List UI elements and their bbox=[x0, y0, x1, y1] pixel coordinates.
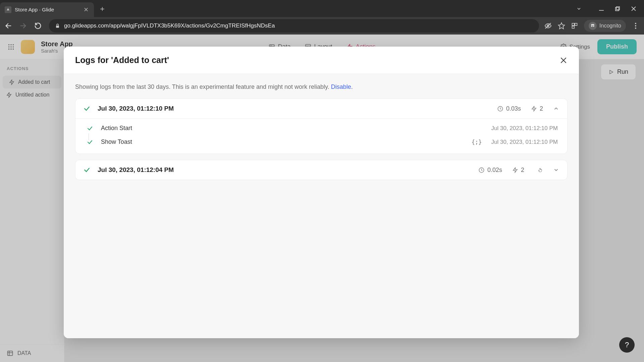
step-timestamp: Jul 30, 2023, 01:12:10 PM bbox=[491, 125, 558, 132]
window-close-icon[interactable] bbox=[631, 6, 636, 11]
chevron-down-icon[interactable] bbox=[553, 167, 559, 173]
intro-text: Showing logs from the last 30 days. This… bbox=[75, 83, 331, 90]
log-summary-row[interactable]: Jul 30, 2023, 01:12:10 PM 0.03s 2 bbox=[75, 99, 567, 118]
svg-marker-10 bbox=[558, 23, 565, 29]
browser-tab-title: Store App · Glide bbox=[15, 7, 54, 13]
step-check-icon bbox=[87, 125, 93, 131]
browser-tab[interactable]: Store App · Glide ✕ bbox=[0, 2, 94, 17]
svg-rect-2 bbox=[616, 6, 620, 10]
bookmark-star-icon[interactable] bbox=[558, 22, 565, 29]
reload-button[interactable] bbox=[34, 22, 44, 29]
svg-point-14 bbox=[591, 25, 592, 27]
tab-close-icon[interactable]: ✕ bbox=[84, 6, 89, 13]
svg-rect-1 bbox=[615, 7, 619, 11]
success-check-icon bbox=[84, 167, 90, 173]
forward-button[interactable] bbox=[19, 22, 29, 29]
browser-menu-icon[interactable] bbox=[632, 23, 639, 29]
help-fab[interactable]: ? bbox=[619, 337, 635, 353]
extensions-icon[interactable] bbox=[571, 22, 578, 29]
log-duration: 0.02s bbox=[478, 167, 502, 174]
log-timestamp: Jul 30, 2023, 01:12:10 PM bbox=[98, 105, 174, 112]
incognito-badge[interactable]: Incognito bbox=[584, 20, 626, 32]
log-step-row: Action Start Jul 30, 2023, 01:12:10 PM bbox=[75, 121, 567, 135]
log-entry: Jul 30, 2023, 01:12:10 PM 0.03s 2 bbox=[75, 99, 568, 154]
disable-link[interactable]: Disable. bbox=[331, 83, 353, 90]
log-duration-value: 0.02s bbox=[487, 167, 502, 174]
cursor-icon bbox=[538, 167, 543, 173]
step-data-icon[interactable]: {;} bbox=[472, 139, 482, 145]
back-button[interactable] bbox=[5, 22, 14, 29]
step-check-icon bbox=[87, 139, 93, 145]
dialog-intro: Showing logs from the last 30 days. This… bbox=[75, 83, 568, 90]
log-duration-value: 0.03s bbox=[506, 105, 521, 112]
url-bar[interactable]: go.glideapps.com/app/walgjFpIVLDTX3b5K69… bbox=[49, 19, 539, 33]
log-timestamp: Jul 30, 2023, 01:12:04 PM bbox=[98, 166, 174, 174]
step-timestamp: Jul 30, 2023, 01:12:10 PM bbox=[491, 139, 558, 145]
incognito-label: Incognito bbox=[599, 23, 621, 29]
eye-off-icon[interactable] bbox=[544, 22, 552, 29]
log-step-row: Show Toast {;} Jul 30, 2023, 01:12:10 PM bbox=[75, 135, 567, 149]
log-step-count-value: 2 bbox=[540, 105, 543, 112]
browser-toolbar: go.glideapps.com/app/walgjFpIVLDTX3b5K69… bbox=[0, 17, 644, 35]
lock-icon bbox=[55, 23, 60, 28]
svg-point-15 bbox=[593, 25, 594, 27]
log-step-count-value: 2 bbox=[521, 167, 524, 174]
dialog-title: Logs for 'Added to cart' bbox=[75, 55, 169, 65]
browser-tab-bar: Store App · Glide ✕ ＋ bbox=[0, 0, 644, 17]
svg-rect-11 bbox=[572, 23, 575, 26]
log-duration: 0.03s bbox=[497, 105, 521, 112]
svg-rect-7 bbox=[56, 25, 59, 27]
favicon-icon bbox=[5, 6, 11, 13]
success-check-icon bbox=[84, 105, 90, 112]
new-tab-button[interactable]: ＋ bbox=[99, 4, 106, 14]
log-step-count: 2 bbox=[512, 167, 524, 174]
incognito-icon bbox=[589, 22, 597, 30]
tab-overflow-icon[interactable] bbox=[576, 6, 582, 11]
log-summary-row[interactable]: Jul 30, 2023, 01:12:04 PM 0.02s 2 bbox=[75, 160, 567, 180]
svg-rect-13 bbox=[572, 26, 575, 28]
log-step-count: 2 bbox=[531, 105, 543, 112]
url-text: go.glideapps.com/app/walgjFpIVLDTX3b5K69… bbox=[64, 22, 275, 29]
svg-rect-12 bbox=[575, 23, 577, 26]
maximize-icon[interactable] bbox=[615, 6, 620, 11]
step-name: Action Start bbox=[101, 125, 132, 132]
close-icon[interactable] bbox=[559, 56, 568, 64]
log-entry: Jul 30, 2023, 01:12:04 PM 0.02s 2 bbox=[75, 160, 568, 180]
step-name: Show Toast bbox=[101, 138, 132, 145]
logs-dialog: Logs for 'Added to cart' Showing logs fr… bbox=[64, 47, 579, 338]
chevron-up-icon[interactable] bbox=[553, 106, 559, 112]
svg-rect-0 bbox=[599, 10, 604, 11]
minimize-icon[interactable] bbox=[599, 6, 604, 11]
